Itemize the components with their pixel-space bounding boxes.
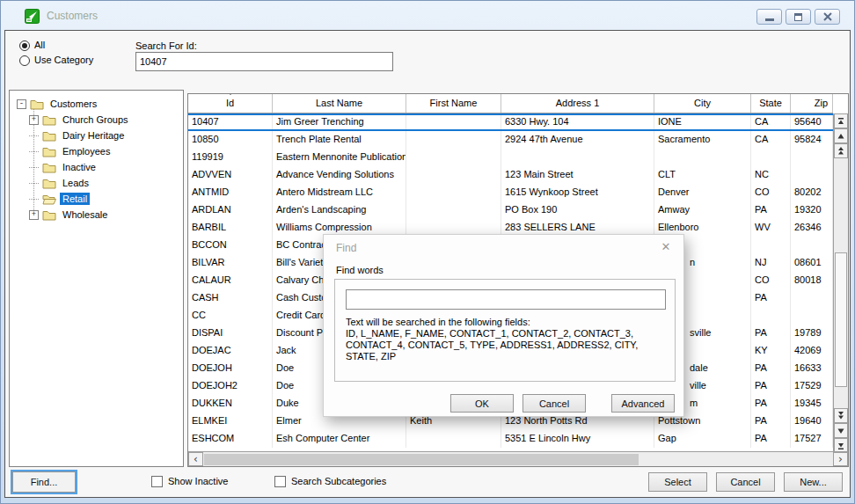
folder-closed-icon	[42, 114, 56, 126]
tree-item-leads[interactable]: Leads	[10, 175, 183, 191]
tree-item-employees[interactable]: Employees	[10, 143, 183, 159]
column-header-zip[interactable]: Zip	[791, 94, 833, 113]
cell-id: DOEJOH	[188, 360, 273, 377]
radio-all-label: All	[34, 40, 45, 50]
dialog-advanced-button[interactable]: Advanced	[611, 394, 675, 413]
tree-item-church-groups[interactable]: +Church Groups	[10, 112, 183, 128]
cell-id: DISPAI	[188, 325, 273, 342]
vertical-scrollbar[interactable]	[833, 113, 848, 453]
column-header-last-name[interactable]: Last Name	[273, 94, 406, 113]
tree-item-label: Retail	[60, 193, 90, 205]
cell-last-name: Advance Vending Solutions	[273, 166, 406, 184]
cell-last-name: Esh Computer Center	[273, 430, 406, 448]
cell-zip: 95824	[791, 131, 833, 149]
tree-item-dairy-heritage[interactable]: Dairy Heritage	[10, 128, 183, 143]
search-subcategories-checkbox[interactable]	[274, 476, 286, 487]
radio-use-category[interactable]	[19, 55, 30, 66]
find-words-input[interactable]	[346, 289, 666, 310]
cell-first-name	[406, 115, 501, 129]
minimize-button[interactable]	[756, 9, 782, 25]
table-row[interactable]: ARDLANArden's LandscapingPO Box 190Amway…	[188, 201, 833, 219]
cell-state: PA	[751, 413, 791, 430]
cell-zip: 17529	[791, 377, 833, 395]
cell-state: PA	[751, 201, 791, 219]
sort-indicator-icon	[227, 94, 234, 96]
scroll-first-button[interactable]	[834, 113, 848, 128]
find-dialog: Find ✕ Find words Text will be searched …	[323, 234, 684, 417]
table-row[interactable]: 10850Trench Plate Rental2924 47th Avenue…	[188, 131, 833, 149]
scroll-down-button[interactable]	[834, 423, 848, 438]
cell-last-name: Jim Greer Trenching	[273, 115, 406, 129]
cell-zip	[791, 149, 833, 166]
cell-zip	[791, 237, 833, 254]
searched-fields-note: Text will be searched in the following f…	[346, 317, 669, 362]
tree-item-label: Dairy Heritage	[60, 129, 127, 142]
tree-item-inactive[interactable]: Inactive	[10, 159, 183, 175]
category-tree-panel: -Customers+Church GroupsDairy HeritageEm…	[9, 90, 184, 467]
scroll-pageup-button[interactable]	[834, 143, 848, 158]
cell-state: PA	[751, 325, 791, 342]
table-header: IdLast NameFirst NameAddress 1CityStateZ…	[188, 94, 833, 113]
column-header-label: First Name	[430, 98, 478, 108]
dialog-close-icon[interactable]: ✕	[659, 240, 673, 254]
tree-item-customers[interactable]: -Customers	[10, 96, 183, 112]
column-header-first-name[interactable]: First Name	[406, 94, 501, 113]
radio-all[interactable]	[19, 40, 30, 51]
tree-branch-stub	[29, 135, 39, 136]
table-row[interactable]: ESHCOMEsh Computer Center5351 E Lincoln …	[188, 430, 833, 448]
horizontal-scroll-thumb[interactable]	[204, 454, 639, 465]
vertical-scroll-thumb[interactable]	[835, 252, 847, 387]
expand-icon[interactable]: +	[29, 210, 39, 220]
tree-branch-stub	[29, 151, 39, 152]
tree-item-wholesale[interactable]: +Wholesale	[10, 207, 183, 223]
select-button[interactable]: Select	[648, 472, 707, 492]
cell-zip: 08601	[791, 254, 833, 272]
cell-last-name: Antero Midstream LLC	[273, 184, 406, 201]
scroll-left-button[interactable]: ‹	[188, 452, 203, 466]
app-icon	[25, 9, 40, 24]
dialog-cancel-button[interactable]: Cancel	[522, 394, 586, 413]
collapse-icon[interactable]: -	[17, 99, 26, 109]
horizontal-scrollbar[interactable]: ‹ ›	[188, 451, 848, 466]
cell-state: PA	[751, 360, 791, 377]
restore-button[interactable]	[786, 9, 811, 25]
tree-item-label: Employees	[60, 145, 113, 157]
tree-item-label: Leads	[60, 177, 91, 189]
find-button[interactable]: Find...	[12, 471, 76, 493]
new-button[interactable]: New...	[784, 472, 843, 492]
column-header-city[interactable]: City	[654, 94, 751, 113]
cell-state: PA	[751, 430, 791, 448]
search-id-input[interactable]	[135, 52, 393, 71]
dialog-ok-button[interactable]: OK	[450, 394, 514, 413]
cell-id: CALAUR	[188, 272, 273, 289]
show-inactive-checkbox[interactable]	[151, 476, 163, 487]
title-bar[interactable]: Customers	[1, 1, 854, 30]
cell-state: CA	[751, 115, 791, 129]
column-header-id[interactable]: Id	[188, 94, 273, 113]
cell-address	[501, 149, 654, 166]
column-header-state[interactable]: State	[751, 94, 791, 113]
close-button[interactable]	[815, 9, 840, 25]
expand-icon[interactable]: +	[29, 115, 39, 125]
cell-city: CLT	[654, 166, 751, 184]
column-header-address-1[interactable]: Address 1	[501, 94, 654, 113]
scroll-right-button[interactable]: ›	[833, 452, 848, 466]
show-inactive-label: Show Inactive	[168, 476, 228, 486]
cell-zip: 26346	[791, 219, 833, 237]
table-row[interactable]: 10407Jim Greer Trenching6330 Hwy. 104ION…	[188, 113, 833, 131]
tree-item-retail[interactable]: Retail	[10, 191, 183, 207]
minimize-icon	[765, 18, 774, 21]
folder-closed-icon	[30, 99, 44, 110]
cell-zip	[791, 289, 833, 307]
table-row[interactable]: ANTMIDAntero Midstream LLC1615 Wynkoop S…	[188, 184, 833, 201]
table-row[interactable]: ADVVENAdvance Vending Solutions123 Main …	[188, 166, 833, 184]
close-icon	[823, 12, 832, 21]
cell-address: 123 Main Street	[501, 166, 654, 184]
cell-state: WV	[751, 219, 791, 237]
table-row[interactable]: 119919Eastern Mennonite Publications	[188, 149, 833, 166]
scroll-up-button[interactable]	[834, 128, 848, 143]
radio-use-category-label: Use Category	[34, 55, 93, 65]
cancel-button[interactable]: Cancel	[716, 472, 775, 492]
cell-zip: 17527	[791, 430, 833, 448]
scroll-pagedown-button[interactable]	[834, 408, 848, 423]
